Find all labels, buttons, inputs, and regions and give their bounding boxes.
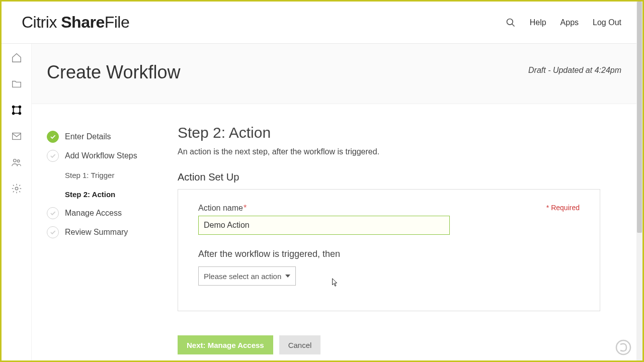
form-title: Step 2: Action — [178, 124, 616, 141]
top-header: Citrix ShareFile Help Apps Log Out — [2, 2, 636, 44]
step-label: Manage Access — [65, 209, 122, 218]
search-icon[interactable] — [506, 18, 516, 28]
brand-prefix: Citrix — [22, 13, 61, 31]
form-main: Step 2: Action An action is the next ste… — [178, 104, 636, 360]
page-status: Draft - Updated at 4:24pm — [528, 66, 621, 75]
action-name-input[interactable] — [198, 216, 450, 235]
form-description: An action is the next step, after the wo… — [178, 147, 616, 156]
gear-icon[interactable] — [11, 183, 23, 195]
workflow-icon[interactable] — [11, 104, 23, 116]
nav-help[interactable]: Help — [530, 18, 546, 27]
folder-icon[interactable] — [11, 78, 23, 90]
select-placeholder: Please select an action — [204, 272, 281, 281]
check-icon — [47, 207, 59, 219]
watermark-icon — [615, 339, 631, 355]
page-header: Create Workflow Draft - Updated at 4:24p… — [32, 44, 636, 104]
label-text: Action name — [198, 204, 243, 212]
scrollbar[interactable] — [636, 2, 642, 360]
svg-point-10 — [616, 340, 630, 354]
step-label: Step 2: Action — [65, 190, 115, 199]
svg-point-8 — [17, 160, 20, 162]
step-label: Enter Details — [65, 132, 111, 141]
page-title: Create Workflow — [47, 62, 180, 83]
next-button[interactable]: Next: Manage Access — [178, 335, 273, 354]
people-icon[interactable] — [11, 156, 23, 168]
section-title: Action Set Up — [178, 171, 616, 183]
svg-rect-6 — [12, 133, 21, 140]
svg-point-9 — [15, 187, 18, 190]
step-manage-access[interactable]: Manage Access — [47, 204, 168, 223]
after-trigger-label: After the workflow is triggered, then — [198, 249, 580, 259]
svg-point-7 — [13, 159, 16, 162]
brand-main: Share — [61, 13, 104, 31]
top-nav: Help Apps Log Out — [506, 18, 621, 28]
required-star: * — [244, 204, 247, 212]
action-name-label: Action name* — [198, 204, 580, 213]
action-panel: * Required Action name* After the workfl… — [178, 189, 600, 311]
step-action[interactable]: Step 2: Action — [47, 185, 168, 204]
nav-apps[interactable]: Apps — [560, 18, 579, 27]
action-select[interactable]: Please select an action — [198, 266, 296, 286]
step-enter-details[interactable]: Enter Details — [47, 127, 168, 146]
step-label: Step 1: Trigger — [65, 171, 114, 179]
wizard-footer: Next: Manage Access Cancel — [178, 335, 320, 360]
mail-icon[interactable] — [11, 130, 23, 142]
step-trigger[interactable]: Step 1: Trigger — [47, 165, 168, 185]
step-label: Add Workflow Steps — [65, 151, 137, 160]
step-label: Review Summary — [65, 228, 128, 237]
brand-logo: Citrix ShareFile — [22, 13, 129, 32]
required-note: * Required — [546, 204, 580, 212]
svg-point-0 — [507, 19, 513, 25]
left-rail — [2, 44, 32, 360]
nav-logout[interactable]: Log Out — [593, 18, 621, 27]
brand-suffix: File — [105, 13, 130, 31]
check-icon — [47, 226, 59, 238]
wizard-steps: Enter Details Add Workflow Steps Step 1:… — [32, 104, 178, 360]
check-icon — [47, 150, 59, 162]
svg-line-1 — [512, 24, 514, 26]
step-add-workflow-steps[interactable]: Add Workflow Steps — [47, 146, 168, 165]
home-icon[interactable] — [11, 52, 23, 64]
content: Enter Details Add Workflow Steps Step 1:… — [32, 104, 636, 360]
step-review-summary[interactable]: Review Summary — [47, 223, 168, 242]
check-icon — [47, 131, 59, 143]
scrollbar-thumb[interactable] — [637, 2, 642, 233]
cancel-button[interactable]: Cancel — [279, 335, 321, 354]
